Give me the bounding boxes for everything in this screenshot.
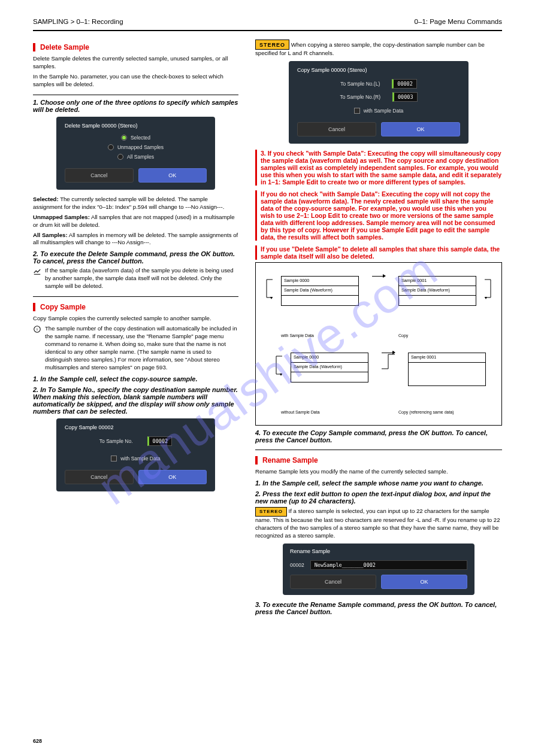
diag-cell-title: Sample 0001	[399, 277, 476, 286]
checkbox-with-data[interactable]	[111, 456, 117, 462]
dlg-title: Copy Sample 00002	[65, 424, 207, 430]
step-3b-head: If you do not check "with Sample Data": …	[255, 190, 502, 241]
note-icon: i	[33, 325, 41, 335]
rule	[255, 450, 502, 450]
diag-cell-title: Sample 0000	[282, 277, 358, 286]
label-with-data: with Sample Data	[364, 108, 404, 114]
ok-button[interactable]: OK	[138, 168, 207, 183]
step-3-head: 3. If you check "with Sample Data": Exec…	[255, 150, 502, 186]
radio-all[interactable]: All Samples	[117, 154, 154, 160]
diag-label-r2: Copy (referencing same data)	[398, 410, 476, 415]
arrow-icon	[489, 276, 495, 325]
diag-label-l2: without Sample Data	[281, 410, 359, 415]
p-rs-1: Rename Sample lets you modify the name o…	[255, 468, 502, 476]
diagram-src-1: Sample 0000 Sample Data (Waveform)	[281, 276, 359, 306]
p-ds-1: Delete Sample deletes the currently sele…	[33, 55, 238, 71]
dlg-title: Delete Sample 00000 (Stereo)	[65, 123, 207, 129]
p-selected: The currently selected sample will be de…	[33, 196, 224, 210]
to-sample-l-input[interactable]: 00002	[392, 79, 417, 89]
label-to-l: To Sample No.(L)	[340, 81, 380, 87]
diag-cell-title: Sample 0001	[409, 353, 485, 363]
radio-label: Selected	[131, 135, 150, 141]
stereo-badge: STEREO	[255, 507, 287, 517]
label-to-r: To Sample No.(R)	[340, 94, 380, 100]
diagram-dst-1: Sample 0001 Sample Data (Waveform)	[398, 276, 476, 306]
note-text-2: The sample number of the copy destinatio…	[45, 325, 238, 372]
subhead-cs-2: 2. In To Sample No., specify the copy de…	[33, 386, 238, 415]
ok-button[interactable]: OK	[381, 122, 460, 136]
subhead-rs-3: 3. To execute the Rename Sample command,…	[255, 601, 502, 615]
label-selected: Selected:	[33, 196, 59, 202]
top-rule	[33, 30, 502, 31]
diag-cell-title: Sample 0000	[291, 353, 368, 363]
heading-copy-sample: Copy Sample	[33, 303, 238, 311]
diag-label-l1: with Sample Data	[281, 333, 359, 338]
subhead-rs-1: 1. In the Sample cell, select the sample…	[255, 479, 502, 487]
note-icon	[33, 267, 41, 277]
shared-ref-arrow-icon	[382, 353, 395, 371]
subhead-1: 1. Choose only one of the three options …	[33, 99, 238, 113]
arrow-icon	[382, 353, 395, 353]
cancel-button[interactable]: Cancel	[65, 470, 134, 484]
radio-unmapped[interactable]: Unmapped Samples	[108, 144, 164, 150]
diag-cell-empty	[282, 296, 358, 305]
p-stereo-2: If a stereo sample is selected, you can …	[255, 508, 500, 539]
header-left: SAMPLING > 0–1: Recording	[33, 18, 123, 25]
header-right: 0–1: Page Menu Commands	[415, 18, 502, 25]
checkbox-with-data[interactable]	[354, 108, 360, 114]
dialog-delete-sample: Delete Sample 00000 (Stereo) Selected Un…	[56, 117, 215, 190]
dialog-copy-sample-stereo: Copy Sample 00000 (Stereo) To Sample No.…	[289, 61, 468, 144]
label-to-sample: To Sample No.	[99, 438, 133, 444]
stereo-badge: STEREO	[255, 40, 289, 50]
arrow-icon	[271, 353, 277, 402]
subhead-2: 2. To execute the Delete Sample command,…	[33, 250, 238, 265]
rename-input[interactable]: NewSample_______0002	[310, 560, 467, 570]
arrow-icon	[262, 276, 268, 325]
ok-button[interactable]: OK	[381, 575, 467, 589]
p-cs-1: Copy Sample copies the currently selecte…	[33, 315, 238, 323]
cancel-button[interactable]: Cancel	[290, 575, 376, 589]
diagram-dst-2: Sample 0001	[408, 353, 486, 386]
subhead-cs-1: 1. In the Sample cell, select the copy-s…	[33, 375, 238, 382]
label-with-data: with Sample Data	[120, 456, 161, 462]
radio-dot-icon	[117, 154, 123, 160]
diag-cell-empty	[291, 372, 368, 382]
arrow-icon	[372, 276, 385, 277]
dlg-title: Copy Sample 00000 (Stereo)	[297, 67, 460, 73]
copy-diagram: Sample 0000 Sample Data (Waveform) Sampl…	[255, 262, 502, 426]
subhead-rs-2: 2. Press the text edit button to open th…	[255, 490, 502, 505]
rule	[33, 296, 238, 297]
subhead-exec: 4. To execute the Copy Sample command, p…	[255, 429, 502, 444]
sample-num: 00002	[290, 562, 304, 568]
radio-label: All Samples	[127, 154, 154, 160]
rule	[33, 95, 238, 95]
p-stereo: When copying a stereo sample, the copy-d…	[255, 41, 485, 57]
diag-cell-empty	[399, 296, 476, 305]
cancel-button[interactable]: Cancel	[297, 122, 376, 136]
to-sample-input[interactable]: 00002	[147, 436, 173, 446]
diag-cell-data: Sample Data (Waveform)	[282, 286, 358, 296]
radio-dot-icon	[108, 144, 114, 150]
cancel-button[interactable]: Cancel	[65, 168, 134, 183]
diagram-src-2: Sample 0000 Sample Data (Waveform)	[291, 353, 368, 382]
diag-cell-data: Sample Data (Waveform)	[291, 363, 368, 372]
to-sample-r-input[interactable]: 00003	[392, 92, 418, 102]
page-number: 628	[33, 738, 42, 744]
p-ds-2: In the Sample No. parameter, you can use…	[33, 73, 238, 89]
dialog-rename-sample: Rename Sample 00002 NewSample_______0002…	[283, 544, 474, 595]
dialog-copy-sample: Copy Sample 00002 To Sample No. 00002 wi…	[56, 418, 215, 491]
radio-selected[interactable]: Selected	[121, 135, 150, 141]
step-3c-head: If you use "Delete Sample" to delete all…	[255, 245, 502, 260]
diag-cell-empty	[409, 363, 485, 385]
radio-label: Unmapped Samples	[117, 144, 164, 150]
left-column: Delete Sample Delete Sample deletes the …	[33, 37, 238, 618]
radio-dot-icon	[121, 135, 127, 141]
dlg-title: Rename Sample	[290, 548, 467, 554]
diag-cell-data: Sample Data (Waveform)	[399, 286, 476, 296]
svg-text:i: i	[37, 327, 38, 332]
ok-button[interactable]: OK	[138, 470, 207, 484]
heading-delete-sample: Delete Sample	[33, 43, 238, 51]
label-unmapped: Unmapped Samples:	[33, 214, 90, 220]
label-all: All Samples:	[33, 232, 68, 238]
right-column: STEREO When copying a stereo sample, the…	[255, 37, 502, 618]
